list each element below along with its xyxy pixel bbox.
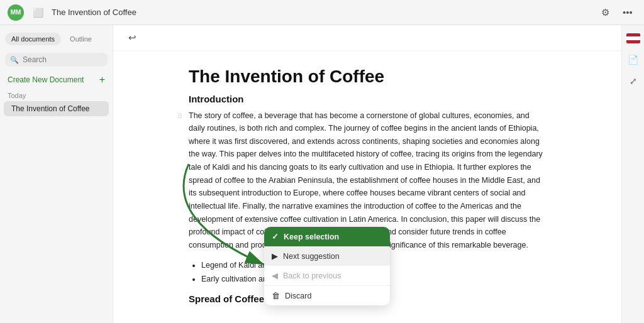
- expand-icon[interactable]: ⤢: [625, 73, 641, 89]
- document-icon[interactable]: 📄: [625, 52, 641, 68]
- section-introduction-title: Introduction: [189, 94, 546, 104]
- paragraph-drag-handle[interactable]: ⠿: [177, 111, 182, 122]
- search-bar[interactable]: 🔍: [5, 53, 108, 67]
- tab-all-documents[interactable]: All documents: [5, 33, 61, 45]
- search-icon: 🔍: [10, 56, 19, 64]
- trash-icon: 🗑: [272, 291, 280, 300]
- create-new-label: Create New Document: [8, 75, 84, 84]
- undo-button[interactable]: ↩: [123, 29, 141, 47]
- document-content: The Invention of Coffee Introduction ⠿ T…: [113, 51, 621, 323]
- content-area: ↩ The Invention of Coffee Introduction ⠿…: [113, 25, 621, 323]
- keep-selection-label: Keep selection: [284, 233, 339, 241]
- toolbar-strip: ↩: [113, 25, 621, 51]
- top-bar-right: ⚙ •••: [596, 4, 636, 21]
- next-icon: ▶: [272, 251, 278, 261]
- section-today-label: Today: [0, 88, 113, 101]
- keep-selection-button[interactable]: ✓ Keep selection: [264, 227, 390, 246]
- tab-icon: ⬜: [31, 6, 44, 19]
- top-bar: MM ⬜ The Invention of Coffee ⚙ •••: [0, 0, 644, 25]
- sidebar-item-recent-doc[interactable]: The Invention of Coffee: [4, 101, 109, 116]
- flag-icon: [625, 30, 641, 47]
- document-main-title: The Invention of Coffee: [189, 66, 546, 87]
- settings-button[interactable]: ⚙: [596, 4, 614, 21]
- search-input[interactable]: [23, 55, 103, 64]
- sidebar: All documents Outline 🔍 Create New Docum…: [0, 25, 113, 323]
- back-icon: ◀: [272, 271, 278, 280]
- back-to-previous-label: Back to previous: [283, 271, 341, 280]
- more-options-button[interactable]: •••: [619, 4, 636, 21]
- document-title-bar: The Invention of Coffee: [52, 8, 136, 17]
- discard-label: Discard: [285, 292, 311, 300]
- next-suggestion-button[interactable]: ▶ Next suggestion: [264, 246, 390, 266]
- plus-icon: +: [99, 74, 105, 85]
- next-suggestion-label: Next suggestion: [283, 252, 340, 261]
- avatar: MM: [8, 4, 24, 21]
- right-panel: 📄 ⤢: [621, 25, 644, 323]
- back-to-previous-button[interactable]: ◀ Back to previous: [264, 266, 390, 285]
- discard-button[interactable]: 🗑 Discard: [264, 286, 390, 305]
- create-new-document[interactable]: Create New Document +: [0, 72, 113, 88]
- tab-outline[interactable]: Outline: [64, 33, 98, 45]
- main-layout: All documents Outline 🔍 Create New Docum…: [0, 25, 644, 323]
- ai-suggestion-popup: ✓ Keep selection ▶ Next suggestion ◀ Bac…: [264, 227, 390, 305]
- sidebar-tabs: All documents Outline: [0, 30, 113, 50]
- check-icon: ✓: [272, 232, 279, 241]
